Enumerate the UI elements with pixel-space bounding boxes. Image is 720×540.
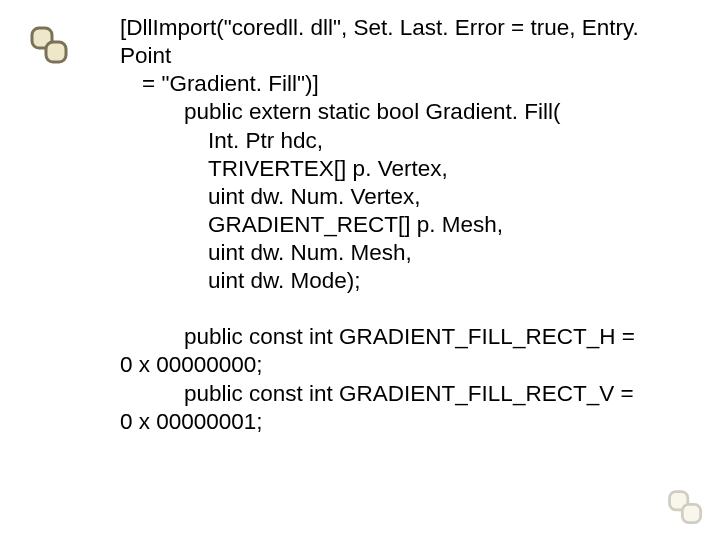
- code-line: [DllImport("coredll. dll", Set. Last. Er…: [120, 14, 680, 70]
- code-line: TRIVERTEX[] p. Vertex,: [120, 155, 680, 183]
- code-line: public extern static bool Gradient. Fill…: [120, 98, 680, 126]
- svg-rect-1: [46, 42, 66, 62]
- code-line: uint dw. Num. Vertex,: [120, 183, 680, 211]
- svg-rect-3: [682, 504, 700, 522]
- blank-line: [120, 295, 680, 323]
- code-line: GRADIENT_RECT[] p. Mesh,: [120, 211, 680, 239]
- code-line: Int. Ptr hdc,: [120, 127, 680, 155]
- code-line: 0 x 00000000;: [120, 351, 680, 379]
- code-line: public const int GRADIENT_FILL_RECT_V =: [120, 380, 680, 408]
- code-line: uint dw. Num. Mesh,: [120, 239, 680, 267]
- code-line: 0 x 00000001;: [120, 408, 680, 436]
- slide: [DllImport("coredll. dll", Set. Last. Er…: [0, 0, 720, 540]
- code-line: uint dw. Mode);: [120, 267, 680, 295]
- chain-link-icon: [26, 22, 74, 70]
- chain-link-icon: [664, 486, 708, 530]
- code-block: [DllImport("coredll. dll", Set. Last. Er…: [120, 14, 680, 436]
- code-line: public const int GRADIENT_FILL_RECT_H =: [120, 323, 680, 351]
- code-line: = "Gradient. Fill")]: [120, 70, 680, 98]
